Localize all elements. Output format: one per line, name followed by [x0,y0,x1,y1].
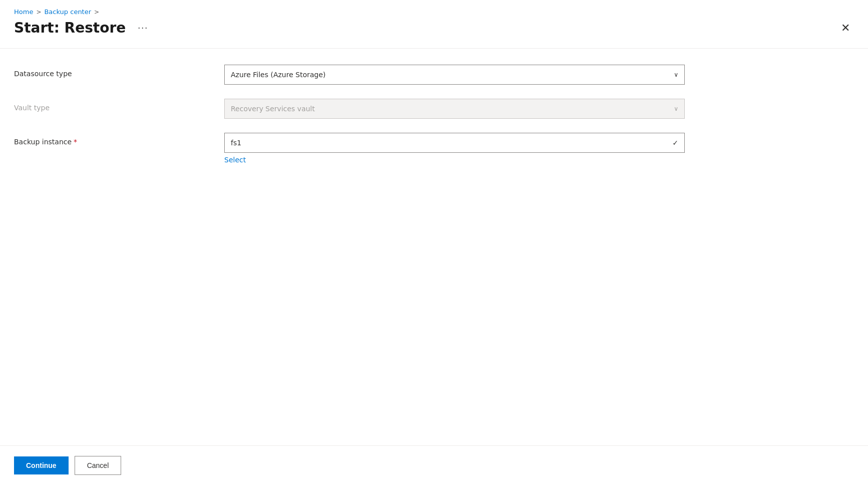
breadcrumb-backup-center[interactable]: Backup center [44,8,91,16]
vault-type-control: Recovery Services vault ∨ [224,99,685,119]
page-title: Start: Restore [14,20,126,36]
datasource-type-control: Azure Files (Azure Storage) ∨ [224,65,685,85]
required-star: * [74,138,77,146]
datasource-type-value: Azure Files (Azure Storage) [231,71,326,79]
footer: Continue Cancel [0,445,868,485]
breadcrumb-separator-1: > [36,9,41,16]
breadcrumb-home[interactable]: Home [14,8,33,16]
select-link[interactable]: Select [224,156,246,164]
form-section: Datasource type Azure Files (Azure Stora… [14,65,715,164]
page-container: Home > Backup center > Start: Restore ··… [0,0,868,485]
backup-instance-row: Backup instance* fs1 ✓ Select [14,133,715,164]
close-button[interactable]: ✕ [837,21,854,36]
vault-type-value: Recovery Services vault [231,105,315,113]
breadcrumb: Home > Backup center > [0,0,868,16]
datasource-type-label: Datasource type [14,65,224,78]
title-left: Start: Restore ··· [14,20,152,36]
backup-instance-input[interactable]: fs1 ✓ [224,133,685,153]
breadcrumb-separator-2: > [94,9,99,16]
datasource-type-dropdown[interactable]: Azure Files (Azure Storage) ∨ [224,65,685,85]
vault-type-label: Vault type [14,99,224,112]
backup-instance-value: fs1 [231,139,241,147]
backup-instance-label: Backup instance* [14,133,224,146]
main-content: Datasource type Azure Files (Azure Stora… [0,49,868,445]
vault-chevron-down-icon: ∨ [674,105,678,112]
cancel-button[interactable]: Cancel [75,456,122,475]
checkmark-icon: ✓ [672,139,678,147]
datasource-type-row: Datasource type Azure Files (Azure Stora… [14,65,715,85]
chevron-down-icon: ∨ [674,71,678,78]
continue-button[interactable]: Continue [14,456,69,474]
vault-type-dropdown[interactable]: Recovery Services vault ∨ [224,99,685,119]
title-row: Start: Restore ··· ✕ [0,16,868,48]
ellipsis-button[interactable]: ··· [134,21,152,35]
vault-type-row: Vault type Recovery Services vault ∨ [14,99,715,119]
backup-instance-control: fs1 ✓ Select [224,133,685,164]
